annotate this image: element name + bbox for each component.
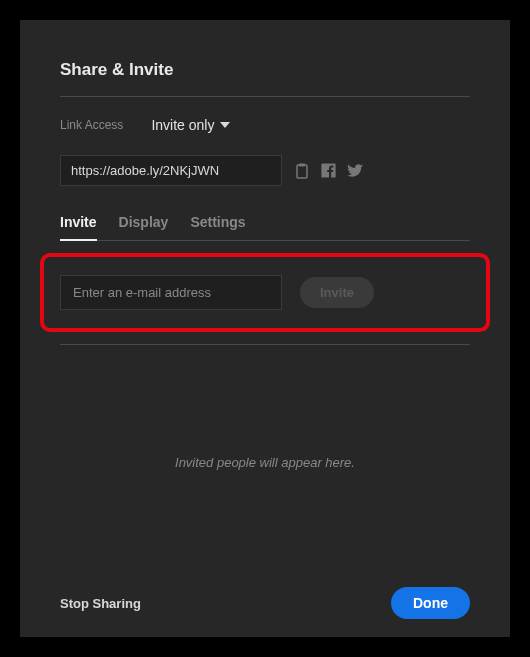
link-access-dropdown[interactable]: Invite only	[151, 117, 230, 133]
link-access-row: Link Access Invite only	[60, 117, 470, 133]
tab-settings[interactable]: Settings	[190, 214, 245, 240]
divider-below-invite	[60, 344, 470, 345]
invite-button[interactable]: Invite	[300, 277, 374, 308]
tab-invite[interactable]: Invite	[60, 214, 97, 240]
footer: Stop Sharing Done	[60, 587, 470, 619]
share-invite-panel: Share & Invite Link Access Invite only	[20, 20, 510, 637]
empty-state-text: Invited people will appear here.	[60, 455, 470, 470]
link-access-label: Link Access	[60, 118, 123, 132]
done-button[interactable]: Done	[391, 587, 470, 619]
tabs: Invite Display Settings	[60, 214, 470, 241]
clipboard-icon[interactable]	[294, 163, 310, 179]
twitter-icon[interactable]	[347, 162, 364, 179]
invite-section-highlight: Invite	[40, 253, 490, 332]
panel-title: Share & Invite	[60, 60, 470, 80]
share-url-input[interactable]	[60, 155, 282, 186]
divider	[60, 96, 470, 97]
stop-sharing-link[interactable]: Stop Sharing	[60, 596, 141, 611]
chevron-down-icon	[220, 122, 230, 128]
svg-rect-0	[297, 165, 307, 178]
url-icons	[294, 162, 364, 179]
url-row	[60, 155, 470, 186]
link-access-value: Invite only	[151, 117, 214, 133]
email-input[interactable]	[60, 275, 282, 310]
tab-display[interactable]: Display	[119, 214, 169, 240]
facebook-icon[interactable]	[320, 162, 337, 179]
svg-rect-1	[299, 163, 305, 166]
